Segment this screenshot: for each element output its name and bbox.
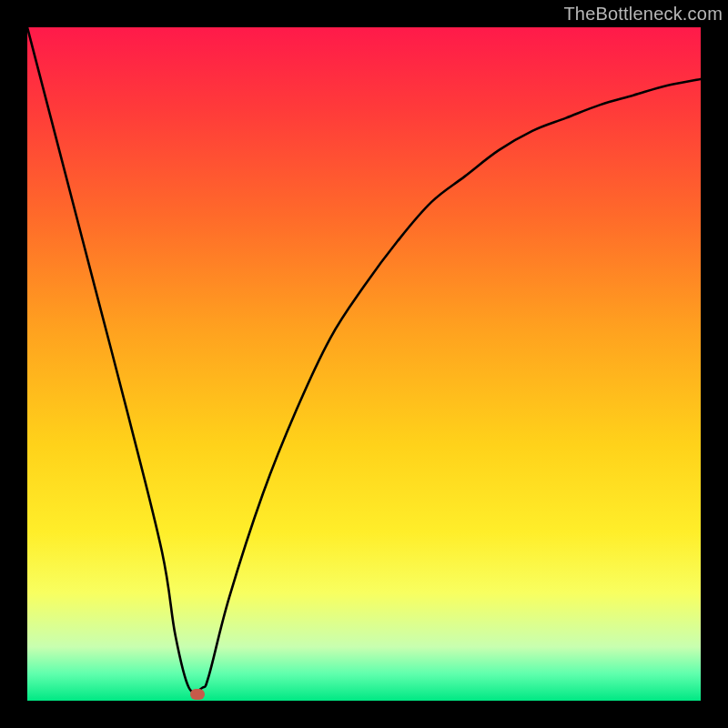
optimal-point-marker [190, 689, 205, 700]
bottleneck-curve [27, 27, 701, 701]
chart-frame: TheBottleneck.com [0, 0, 728, 728]
chart-plot-area [27, 27, 701, 701]
watermark-text: TheBottleneck.com [563, 4, 723, 25]
